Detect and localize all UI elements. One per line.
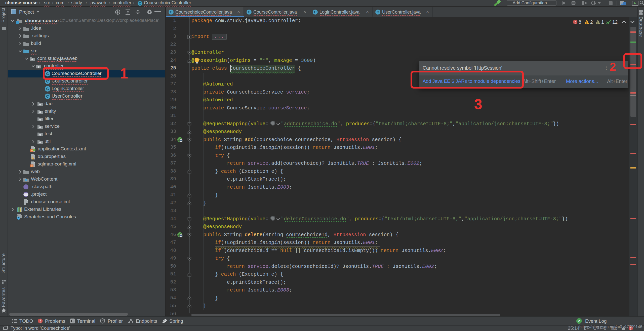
svg-text:<>: <> <box>30 150 33 152</box>
svg-text:<>: <> <box>30 165 33 168</box>
svg-text:2: 2 <box>578 319 580 323</box>
